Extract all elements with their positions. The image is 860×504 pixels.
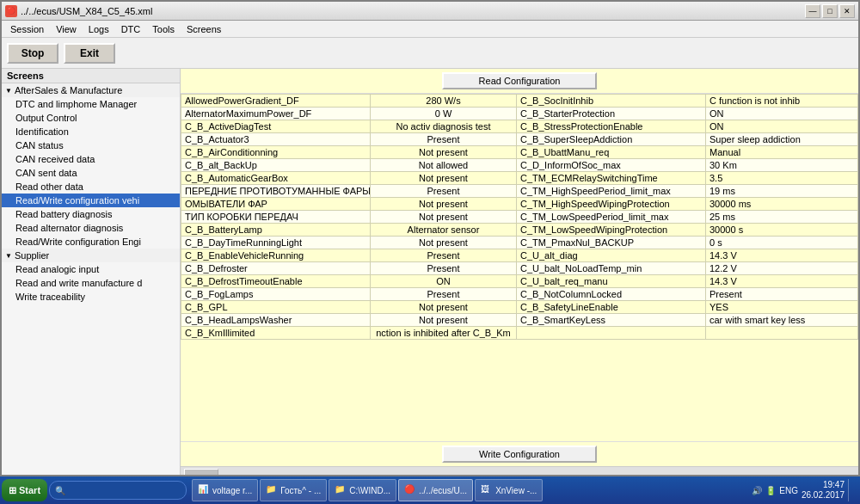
scroll-thumb[interactable] (184, 469, 218, 477)
menu-session[interactable]: Session (5, 23, 49, 35)
sidebar-group-supplier-header[interactable]: ▼ Supplier (2, 249, 180, 262)
menu-dtc[interactable]: DTC (116, 23, 146, 35)
sidebar-item-can-sent[interactable]: CAN sent data (2, 166, 180, 180)
table-row: ТИП КОРОБКИ ПЕРЕДАЧNot presentC_TM_LowSp… (181, 211, 858, 224)
taskbar-app-guest[interactable]: 📁 Гость^ - ... (260, 479, 327, 501)
sidebar-header: Screens (2, 69, 180, 83)
sidebar-item-dtc[interactable]: DTC and limphome Manager (2, 97, 180, 111)
config-name2-cell: C_U_balt_NoLoadTemp_min (517, 262, 706, 275)
config-value2-cell: 14.3 V (706, 275, 858, 288)
config-value-cell: Not present (371, 211, 517, 224)
sidebar-item-can-received[interactable]: CAN received data (2, 152, 180, 166)
start-button[interactable]: ⊞ Start (2, 479, 47, 501)
config-table-container[interactable]: AllowedPowerGradient_DF280 W/sC_B_SocIni… (181, 94, 858, 441)
config-value-cell: Alternator sensor (371, 224, 517, 237)
config-value-cell: Present (371, 262, 517, 275)
config-name-cell: C_B_EnableVehicleRunning (181, 249, 371, 262)
table-row: ПЕРЕДНИЕ ПРОТИВОТУМАННЫЕ ФАРЫPresentC_TM… (181, 185, 858, 198)
stop-button[interactable]: Stop (7, 43, 58, 64)
config-name2-cell: C_TM_HighSpeedWipingProtection (517, 198, 706, 211)
read-configuration-button[interactable]: Read Configuration (442, 72, 597, 89)
tray-date: 26.02.2017 (802, 490, 845, 501)
menu-logs[interactable]: Logs (83, 23, 114, 35)
taskbar-app-voltage[interactable]: 📊 voltage r... (192, 479, 258, 501)
window-title: ../../ecus/USM_X84_C5_45.xml (21, 6, 152, 16)
table-row: AllowedPowerGradient_DF280 W/sC_B_SocIni… (181, 95, 858, 108)
config-name-cell: C_B_KmIllimited (181, 327, 371, 340)
sidebar-item-read-analogic[interactable]: Read analogic input (2, 262, 180, 276)
ecus-app-icon: 🔴 (404, 484, 416, 496)
config-value2-cell: Present (706, 288, 858, 301)
taskbar-app-voltage-label: voltage r... (212, 486, 252, 495)
config-name-cell: C_B_DayTimeRunningLight (181, 237, 371, 249)
config-value-cell: nction is inhibited after C_B_Km (371, 327, 517, 340)
config-name2-cell: C_TM_LowSpeedPeriod_limit_max (517, 211, 706, 224)
read-config-toolbar: Read Configuration (181, 69, 858, 94)
tray-lang[interactable]: ENG (779, 486, 798, 495)
sidebar-item-read-write-mfg[interactable]: Read and write manufacture d (2, 276, 180, 290)
config-value-cell: Present (371, 133, 517, 146)
start-label: Start (19, 485, 40, 495)
config-name-cell: ТИП КОРОБКИ ПЕРЕДАЧ (181, 211, 371, 224)
close-button[interactable]: ✕ (839, 4, 855, 18)
config-value2-cell: 30 Km (706, 159, 858, 172)
sidebar-item-output[interactable]: Output Control (2, 111, 180, 125)
sidebar-item-rw-config-eng[interactable]: Read/Write configuration Engi (2, 235, 180, 249)
config-value2-cell: car with smart key less (706, 314, 858, 327)
taskbar-app-windows[interactable]: 📁 C:\WIND... (329, 479, 396, 501)
maximize-button[interactable]: □ (822, 4, 838, 18)
sidebar-item-rw-config-veh[interactable]: Read/Write configuration vehi (2, 194, 180, 207)
table-row: C_B_FogLampsPresentC_B_NotColumnLockedPr… (181, 288, 858, 301)
horizontal-scrollbar[interactable] (181, 466, 858, 476)
sidebar-item-can-status[interactable]: CAN status (2, 138, 180, 152)
config-value2-cell: 3.5 (706, 172, 858, 185)
minimize-button[interactable]: — (805, 4, 820, 18)
sidebar-item-battery[interactable]: Read battery diagnosis (2, 207, 180, 221)
menu-view[interactable]: View (51, 23, 82, 35)
sidebar-item-alternator[interactable]: Read alternator diagnosis (2, 221, 180, 235)
config-value-cell: No activ diagnosis test (371, 120, 517, 133)
table-row: C_B_ActiveDiagTestNo activ diagnosis tes… (181, 120, 858, 133)
config-name2-cell: C_B_SuperSleepAddiction (517, 133, 706, 146)
table-row: C_B_EnableVehicleRunningPresentC_U_alt_d… (181, 249, 858, 262)
sidebar-item-write-trace[interactable]: Write traceability (2, 290, 180, 304)
sidebar-item-read-other[interactable]: Read other data (2, 180, 180, 194)
config-name2-cell: C_D_InformOfSoc_max (517, 159, 706, 172)
write-config-toolbar: Write Configuration (181, 441, 858, 466)
sidebar-group-supplier-label: Supplier (15, 250, 49, 261)
sidebar-group-aftersales-label: AfterSales & Manufacture (15, 85, 122, 95)
table-row: C_B_DayTimeRunningLightNot presentC_TM_P… (181, 237, 858, 249)
toolbar: Stop Exit (2, 38, 858, 69)
menu-tools[interactable]: Tools (147, 23, 180, 35)
config-value2-cell: Manual (706, 146, 858, 159)
config-value-cell: Present (371, 185, 517, 198)
config-value2-cell: 25 ms (706, 211, 858, 224)
exit-button[interactable]: Exit (64, 43, 115, 64)
taskbar-tray: 🔊 🔋 ENG 19:47 26.02.2017 (746, 479, 858, 501)
window-controls: — □ ✕ (805, 4, 855, 18)
tray-show-desktop[interactable] (848, 479, 853, 501)
config-name2-cell: C_TM_ECMRelaySwitchingTime (517, 172, 706, 185)
taskbar-search[interactable]: 🔍 (49, 481, 187, 500)
config-value-cell: Not present (371, 198, 517, 211)
config-name2-cell: C_B_StarterProtection (517, 108, 706, 120)
table-row: C_B_AutomaticGearBoxNot presentC_TM_ECMR… (181, 172, 858, 185)
main-window: 🔴 ../../ecus/USM_X84_C5_45.xml — □ ✕ Ses… (0, 0, 860, 476)
sidebar-item-identification[interactable]: Identification (2, 125, 180, 138)
taskbar-app-ecus[interactable]: 🔴 ../../ecus/U... (398, 479, 473, 501)
app-icon: 🔴 (5, 5, 17, 17)
taskbar-app-xnview-label: XnView -... (495, 486, 537, 495)
sidebar-group-aftersales-header[interactable]: ▼ AfterSales & Manufacture (2, 83, 180, 97)
taskbar-app-xnview[interactable]: 🖼 XnView -... (475, 479, 543, 501)
table-row: C_B_HeadLampsWasherNot presentC_B_SmartK… (181, 314, 858, 327)
config-name2-cell: C_U_balt_req_manu (517, 275, 706, 288)
tray-clock[interactable]: 19:47 26.02.2017 (802, 480, 845, 501)
menu-screens[interactable]: Screens (181, 23, 226, 35)
voltage-app-icon: 📊 (198, 484, 210, 496)
write-configuration-button[interactable]: Write Configuration (442, 446, 597, 463)
search-icon: 🔍 (55, 486, 65, 495)
config-value2-cell: ON (706, 120, 858, 133)
config-value-cell: ON (371, 275, 517, 288)
config-name2-cell: C_TM_LowSpeedWipingProtection (517, 224, 706, 237)
config-value2-cell: 0 s (706, 237, 858, 249)
